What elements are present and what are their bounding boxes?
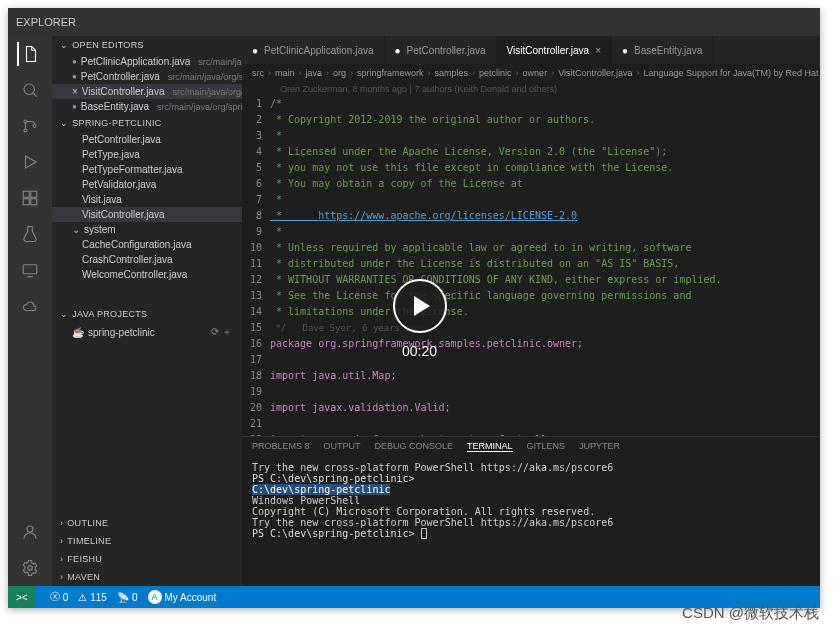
crumb[interactable]: org [333,68,346,78]
file-name: PetController.java [81,71,160,82]
status-remote[interactable]: >< [8,586,36,608]
code-editor[interactable]: 1234567891011121314151617181920212223242… [242,96,820,436]
feishu-section[interactable]: ›FEISHU [52,550,242,568]
project-section[interactable]: ⌄SPRING-PETCLINIC [52,114,242,132]
codelens[interactable]: Oren Zuckerman, 8 months ago | 7 authors… [242,82,820,96]
editor-tab[interactable]: ●BaseEntity.java [612,36,713,64]
crumb[interactable]: owner [523,68,548,78]
terminal-line: Copyright (C) Microsoft Corporation. All… [252,506,810,517]
tree-file[interactable]: Visit.java [52,192,242,207]
open-editor-item[interactable]: ●PetClinicApplication.javasrc/main/java/… [52,54,242,69]
panel-tab-debug[interactable]: DEBUG CONSOLE [375,441,454,452]
package-icon: ☕ [72,327,84,338]
maven-section[interactable]: ›MAVEN [52,568,242,586]
terminal-body[interactable]: Try the new cross-platform PowerShell ht… [242,456,820,586]
crumb[interactable]: Language Support for Java(TM) by Red Hat [644,68,819,78]
file-name: BaseEntity.java [81,101,149,112]
cloud-icon[interactable] [18,294,42,318]
file-name: VisitController.java [82,209,165,220]
account-icon[interactable] [18,520,42,544]
panel-tab-output[interactable]: OUTPUT [324,441,361,452]
tree-file[interactable]: CacheConfiguration.java [52,237,242,252]
play-button[interactable] [393,279,447,333]
file-name: CacheConfiguration.java [82,239,192,250]
status-warnings[interactable]: ⚠115 [78,592,107,603]
open-editor-item[interactable]: ●PetController.javasrc/main/java/org/spr… [52,69,242,84]
refresh-icon[interactable]: ⟳ ＋ [211,325,232,339]
crumb[interactable]: main [275,68,295,78]
tab-label: VisitController.java [507,45,590,56]
crumb[interactable]: src [252,68,264,78]
extensions-icon[interactable] [18,186,42,210]
section-label: SPRING-PETCLINIC [72,118,161,128]
editor-tab[interactable]: VisitController.java× [497,36,612,64]
tab-label: BaseEntity.java [634,45,702,56]
open-editors-list: ●PetClinicApplication.javasrc/main/java/… [52,54,242,114]
source-control-icon[interactable] [18,114,42,138]
open-editors-section[interactable]: ⌄OPEN EDITORS [52,36,242,54]
svg-rect-6 [23,199,29,205]
editor-group: ●PetClinicApplication.java ●PetControlle… [242,36,820,586]
activity-bar [8,36,52,586]
terminal-line: PS C:\dev\spring-petclinic> [252,473,810,484]
panel-tab-jupyter[interactable]: JUPYTER [579,441,620,452]
panel-tab-gitlens[interactable]: GITLENS [527,441,566,452]
sidebar: ⌄OPEN EDITORS ●PetClinicApplication.java… [52,36,242,586]
line-gutter: 1234567891011121314151617181920212223242… [242,96,270,436]
tree-file[interactable]: PetValidator.java [52,177,242,192]
file-name: PetValidator.java [82,179,156,190]
test-icon[interactable] [18,222,42,246]
file-name: PetTypeFormatter.java [82,164,183,175]
remote-icon[interactable] [18,258,42,282]
editor-tab[interactable]: ●PetClinicApplication.java [242,36,385,64]
section-label: OPEN EDITORS [72,40,143,50]
panel-tab-terminal[interactable]: TERMINAL [467,441,513,452]
tree-file[interactable]: PetTypeFormatter.java [52,162,242,177]
tree-file[interactable]: PetController.java [52,132,242,147]
section-label: TIMELINE [67,536,111,546]
terminal-line: Windows PowerShell [252,495,810,506]
terminal-panel: PROBLEMS 8 OUTPUT DEBUG CONSOLE TERMINAL… [242,436,820,586]
crumb[interactable]: java [306,68,323,78]
search-icon[interactable] [18,78,42,102]
tree-file[interactable]: CrashController.java [52,252,242,267]
tree-folder[interactable]: ⌄system [52,222,242,237]
file-path: src/main/java/org/springframework [157,102,242,112]
play-icon [414,296,430,316]
open-editor-item[interactable]: ●BaseEntity.javasrc/main/java/org/spring… [52,99,242,114]
warning-icon: ⚠ [78,592,87,603]
timeline-section[interactable]: ›TIMELINE [52,532,242,550]
outline-section[interactable]: ›OUTLINE [52,514,242,532]
close-icon[interactable]: × [72,86,78,97]
file-name: PetClinicApplication.java [81,56,191,67]
files-icon[interactable] [17,42,41,66]
close-icon[interactable]: × [595,45,601,56]
tree-file[interactable]: VisitController.java [52,207,242,222]
status-ports[interactable]: 📡0 [117,592,138,603]
dirty-icon: ● [622,45,628,56]
status-account[interactable]: AMy Account [148,590,217,604]
dirty-icon: ● [72,57,77,66]
terminal-line: PS C:\dev\spring-petclinic> [252,528,810,539]
editor-tab[interactable]: ●PetController.java [385,36,497,64]
crumb[interactable]: VisitController.java [558,68,632,78]
code-content[interactable]: /* * Copyright 2012-2019 the original au… [270,96,820,436]
section-label: OUTLINE [67,518,108,528]
tree-file[interactable]: PetType.java [52,147,242,162]
java-projects-section[interactable]: ⌄JAVA PROJECTS [52,305,242,323]
file-path: src/main/java/org/springframework [172,87,242,97]
file-name: Visit.java [82,194,122,205]
open-editor-item[interactable]: ×VisitController.javasrc/main/java/org/s… [52,84,242,99]
breadcrumb[interactable]: src› main› java› org› springframework› s… [242,64,820,82]
panel-tab-problems[interactable]: PROBLEMS 8 [252,441,310,452]
crumb[interactable]: petclinic [479,68,512,78]
svg-point-9 [27,526,33,532]
java-project-item[interactable]: ☕spring-petclinic⟳ ＋ [52,323,242,341]
svg-point-10 [28,566,33,571]
crumb[interactable]: springframework [357,68,424,78]
crumb[interactable]: samples [435,68,469,78]
status-errors[interactable]: ⓧ0 [50,590,69,604]
run-icon[interactable] [18,150,42,174]
tree-file[interactable]: WelcomeController.java [52,267,242,282]
gear-icon[interactable] [18,556,42,580]
